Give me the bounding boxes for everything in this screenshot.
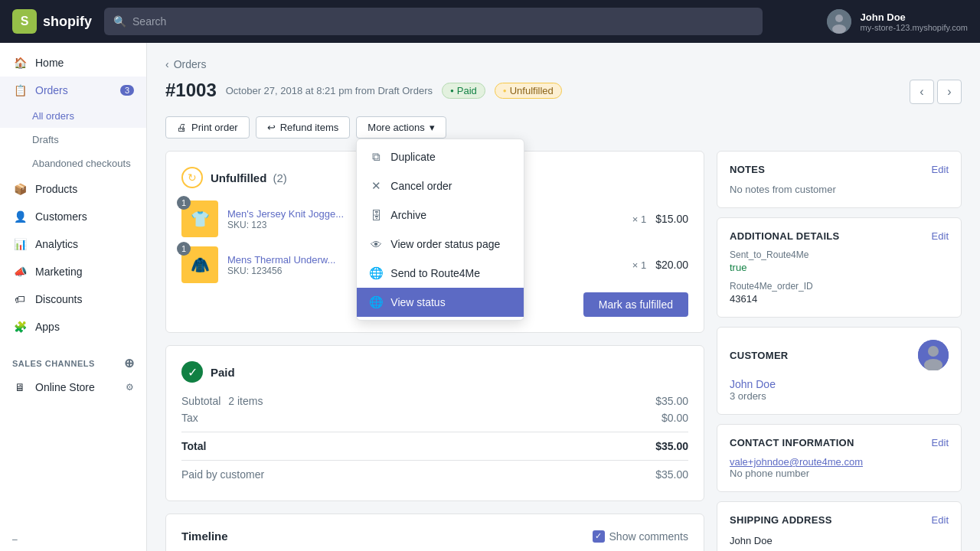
more-actions-button[interactable]: More actions ▾ [356,116,446,139]
unfulfilled-badge: Unfulfilled [495,83,562,99]
contact-title: CONTACT INFORMATION [730,437,854,448]
analytics-icon: 📊 [12,236,28,252]
shipping-title: SHIPPING ADDRESS [730,514,832,526]
contact-card: CONTACT INFORMATION Edit vale+johndoe@ro… [717,424,962,492]
more-actions-label: More actions [368,122,424,133]
customer-avatar [918,340,949,370]
print-order-label: Print order [191,122,238,133]
svg-point-2 [832,24,846,34]
order-meta: October 27, 2018 at 8:21 pm from Draft O… [226,85,433,96]
contact-edit-link[interactable]: Edit [932,437,949,448]
show-comments-checkbox[interactable]: ✓ [593,530,605,543]
sidebar-item-drafts[interactable]: Drafts [0,128,146,152]
address-line-1: John Doe [730,533,949,549]
product-image-1: 👕 1 [181,201,218,237]
orders-badge: 3 [120,85,134,96]
refund-icon: ↩ [267,122,276,133]
top-navigation: S shopify 🔍 John Doe my-store-123.myshop… [0,0,980,43]
sidebar-online-store-label: Online Store [35,381,95,393]
notes-edit-link[interactable]: Edit [932,164,949,175]
search-input[interactable] [132,15,753,28]
avatar [827,9,851,34]
breadcrumb[interactable]: ‹ Orders [165,58,962,70]
content-grid: ↻ Unfulfilled (2) 👕 1 Men's Jer [165,151,962,551]
tax-label: Tax [181,412,198,424]
drafts-label: Drafts [32,134,59,145]
timeline-card: Timeline ✓ Show comments [165,514,704,551]
view-status-page-icon: 👁 [369,237,383,251]
nav-arrows: ‹ › [910,80,962,104]
add-channel-icon[interactable]: ⊕ [124,356,135,370]
sidebar-item-apps[interactable]: 🧩 Apps [0,313,146,341]
user-info: John Doe my-store-123.myshopify.com [861,11,968,32]
menu-item-view-status-page[interactable]: 👁 View order status page [357,230,524,259]
sidebar-products-label: Products [35,183,77,195]
product-image-2: 🧥 1 [181,246,218,283]
sidebar-item-all-orders[interactable]: All orders [0,104,146,128]
search-bar[interactable]: 🔍 [104,8,763,35]
contact-phone: No phone number [730,468,949,479]
customer-card: Customer John Doe 3 orders [717,327,962,415]
additional-details-title: ADDITIONAL DETAILS [730,230,840,242]
route4me-icon: 🌐 [369,266,383,280]
view-status-icon: 🌐 [369,295,383,309]
sidebar-item-analytics[interactable]: 📊 Analytics [0,230,146,258]
sidebar-item-marketing[interactable]: 📣 Marketing [0,258,146,285]
menu-item-archive[interactable]: 🗄 Archive [357,201,524,230]
show-comments-toggle[interactable]: ✓ Show comments [593,530,688,543]
menu-item-duplicate[interactable]: ⧉ Duplicate [357,142,524,171]
contact-email[interactable]: vale+johndoe@route4me.com [730,456,949,468]
online-store-settings-icon[interactable]: ⚙ [126,382,134,393]
customers-icon: 👤 [12,209,28,224]
sidebar-marketing-label: Marketing [35,266,82,278]
user-store: my-store-123.myshopify.com [861,23,968,32]
menu-label-archive: Archive [390,209,426,221]
print-order-button[interactable]: 🖨 Print order [165,116,250,139]
top-nav-right: John Doe my-store-123.myshopify.com [827,9,968,34]
sidebar-item-products[interactable]: 📦 Products [0,175,146,203]
paid-icon: ✓ [181,361,203,383]
sidebar-item-orders[interactable]: 📋 Orders 3 [0,77,146,104]
breadcrumb-arrow: ‹ [165,58,169,70]
refund-items-label: Refund items [280,122,339,133]
logo-text: shopify [43,14,92,30]
breadcrumb-label: Orders [174,58,207,70]
sidebar-item-discounts[interactable]: 🏷 Discounts [0,285,146,313]
sidebar-item-online-store[interactable]: 🖥 Online Store ⚙ [0,373,146,401]
right-panel: Notes Edit No notes from customer ADDITI… [717,151,962,551]
all-orders-label: All orders [32,110,74,122]
sidebar-item-home[interactable]: 🏠 Home [0,49,146,77]
sidebar-item-abandoned[interactable]: Abandoned checkouts [0,152,146,175]
customer-name[interactable]: John Doe [730,378,949,390]
sent-value: true [730,262,949,273]
duplicate-icon: ⧉ [369,150,383,164]
sidebar-customers-label: Customers [35,210,87,223]
sent-label: Sent_to_Route4Me [730,249,949,260]
menu-item-view-status[interactable]: 🌐 View status [357,288,524,317]
paid-badge: Paid [442,83,485,99]
sidebar-bottom: – [0,528,146,551]
sidebar-orders-label: Orders [35,84,68,96]
prev-order-button[interactable]: ‹ [910,80,934,104]
sidebar-apps-label: Apps [35,321,60,333]
svg-point-7 [928,346,939,357]
refund-items-button[interactable]: ↩ Refund items [256,116,351,139]
search-icon: 🔍 [113,15,126,28]
chevron-down-icon: ▾ [430,122,435,133]
shipping-edit-link[interactable]: Edit [932,514,949,526]
main-content: ‹ Orders #1003 October 27, 2018 at 8:21 … [147,43,980,551]
sidebar-item-customers[interactable]: 👤 Customers [0,203,146,230]
additional-details-edit-link[interactable]: Edit [932,230,949,242]
menu-item-cancel[interactable]: ✕ Cancel order [357,171,524,201]
abandoned-label: Abandoned checkouts [32,158,131,169]
orders-icon: 📋 [12,83,28,98]
subtotal-value: $35.00 [655,395,688,407]
additional-details-card: ADDITIONAL DETAILS Edit Sent_to_Route4Me… [717,217,962,318]
menu-label-view-status-page: View order status page [390,238,500,250]
archive-icon: 🗄 [369,208,383,222]
shopify-logo-icon: S [12,9,37,34]
menu-item-send-route4me[interactable]: 🌐 Send to Route4Me [357,259,524,288]
next-order-button[interactable]: › [937,80,962,104]
mark-fulfilled-button[interactable]: Mark as fulfilled [583,292,688,317]
order-number: #1003 [165,80,217,101]
